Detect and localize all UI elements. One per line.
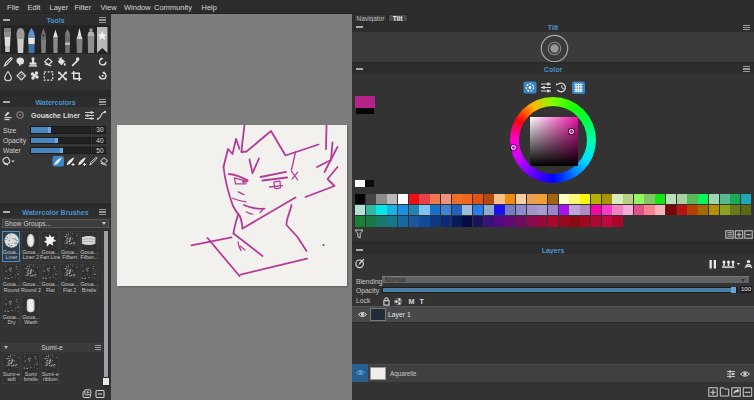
svg-text:M: M xyxy=(409,297,415,306)
svg-text:T: T xyxy=(420,297,425,306)
